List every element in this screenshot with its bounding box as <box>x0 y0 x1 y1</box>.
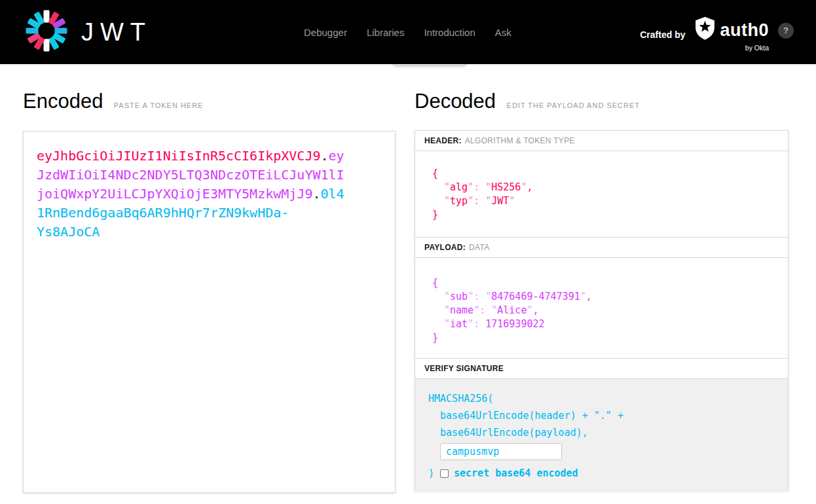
hmac-code-line-3: base64UrlEncode(payload), <box>428 424 788 441</box>
auth0-wordmark: auth0 <box>720 21 769 39</box>
nav-item-introduction[interactable]: Introduction <box>424 27 475 38</box>
secret-base64-checkbox[interactable] <box>440 469 449 478</box>
help-button[interactable]: ? <box>778 22 794 38</box>
secret-base64-label[interactable]: secret base64 encoded <box>454 465 578 482</box>
nav-item-debugger[interactable]: Debugger <box>304 27 347 38</box>
decoded-header-json[interactable]: { "alg": "HS256", "typ": "JWT" } <box>415 151 788 238</box>
by-okta-label: by Okta <box>694 44 769 52</box>
navbar: JWT Debugger Libraries Introduction Ask … <box>0 0 816 64</box>
jwt-token-text[interactable]: eyJhbGciOiJIUzI1NiIsInR5cCI6IkpXVCJ9.eyJ… <box>37 147 348 242</box>
signature-secret-input[interactable] <box>440 443 562 460</box>
main-nav: Debugger Libraries Introduction Ask <box>304 27 511 38</box>
encoded-subtitle: PASTE A TOKEN HERE <box>114 101 204 109</box>
decoded-title: Decoded <box>415 90 496 113</box>
decoded-heading: Decoded EDIT THE PAYLOAD AND SECRET <box>415 90 640 113</box>
header-section-label: HEADER:ALGORITHM & TOKEN TYPE <box>415 131 788 151</box>
jwt-wordmark[interactable]: JWT <box>81 20 152 45</box>
crafted-by-label: Crafted by <box>640 29 685 39</box>
auth0-shield-icon <box>694 17 716 43</box>
payload-section-label: PAYLOAD:DATA <box>415 238 788 258</box>
hmac-code-line-2: base64UrlEncode(header) + "." + <box>428 407 788 424</box>
token-dot-2: . <box>312 186 320 202</box>
decoded-panel: HEADER:ALGORITHM & TOKEN TYPE { "alg": "… <box>415 130 788 491</box>
verify-signature-label: VERIFY SIGNATURE <box>415 359 788 379</box>
auth0-logo[interactable]: auth0 by Okta <box>694 17 769 52</box>
decoded-payload-json[interactable]: { "sub": "8476469-4747391", "name": "Ali… <box>415 258 788 359</box>
token-header-segment: eyJhbGciOiJIUzI1NiIsInR5cCI6IkpXVCJ9 <box>37 148 320 164</box>
encoded-title: Encoded <box>23 90 103 113</box>
jwt-logo-icon[interactable] <box>25 9 68 55</box>
nav-item-ask[interactable]: Ask <box>495 27 511 38</box>
encoded-token-editor[interactable]: eyJhbGciOiJIUzI1NiIsInR5cCI6IkpXVCJ9.eyJ… <box>23 131 396 493</box>
nav-item-libraries[interactable]: Libraries <box>367 27 405 38</box>
verify-signature-area: HMACSHA256( base64UrlEncode(header) + ".… <box>415 379 788 492</box>
hmac-code-line-1: HMACSHA256( <box>428 390 788 407</box>
encoded-heading: Encoded PASTE A TOKEN HERE <box>23 90 203 113</box>
token-dot-1: . <box>320 148 328 164</box>
decoded-subtitle: EDIT THE PAYLOAD AND SECRET <box>507 101 640 109</box>
navbar-right: Crafted by auth0 by Okta ? <box>640 17 794 52</box>
hmac-close-paren: ) <box>428 465 440 482</box>
